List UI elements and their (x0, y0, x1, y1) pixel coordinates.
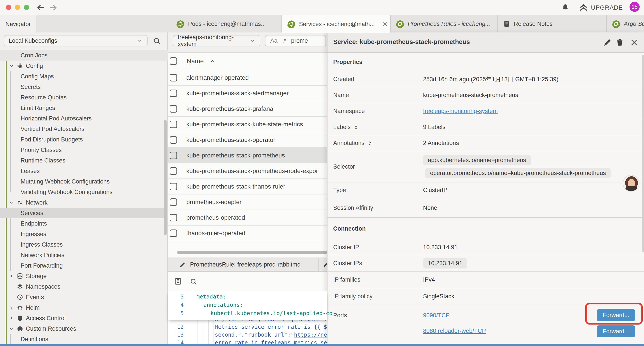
row-checkbox[interactable] (170, 167, 177, 175)
editor-search-icon[interactable] (190, 278, 197, 285)
sidebar-item-mutating-webhook-configurations[interactable]: Mutating Webhook Configurations (0, 176, 168, 187)
sidebar-item-events[interactable]: Events (0, 292, 168, 303)
sidebar-item-access-control[interactable]: Access Control (0, 313, 168, 324)
namespace-selector[interactable]: freeleaps-monitoring-system (173, 35, 260, 46)
upgrade-button[interactable]: UPGRADE (591, 4, 623, 11)
row-checkbox[interactable] (170, 152, 177, 159)
minimize-window-button[interactable] (15, 4, 20, 10)
expand-collapse-icon[interactable] (367, 141, 372, 146)
save-icon[interactable] (174, 278, 182, 285)
expand-collapse-icon[interactable] (353, 125, 358, 130)
edit-pencil-icon[interactable] (603, 38, 612, 47)
labels-value[interactable]: 9 Labels (423, 124, 446, 130)
table-row[interactable]: kube-prometheus-stack-kube-state-metrics (168, 117, 327, 132)
sidebar-item-resource-quotas[interactable]: Resource Quotas (0, 92, 168, 103)
table-row[interactable]: prometheus-operated (168, 210, 327, 226)
sidebar-item-ingress-classes[interactable]: Ingress Classes (0, 239, 168, 250)
table-row[interactable]: kube-prometheus-stack-operator (168, 132, 327, 148)
sidebar-item-vertical-pod-autoscalers[interactable]: Vertical Pod Autoscalers (0, 124, 168, 134)
search-input[interactable]: Aa .* prome (265, 35, 326, 46)
kubeconfig-selector[interactable]: Local Kubeconfigs (4, 35, 148, 46)
table-row[interactable]: kube-prometheus-stack-thanos-ruler (168, 179, 327, 194)
sidebar-item-port-forwarding[interactable]: Port Forwarding (0, 260, 168, 271)
tab-prometheus-rules[interactable]: Prometheus Rules - icecheng... (390, 15, 498, 32)
notification-badge[interactable]: 15 (630, 2, 640, 12)
detail-panel-scrollbar[interactable] (642, 55, 644, 252)
table-row-selected[interactable]: kube-prometheus-stack-prometheus (168, 148, 327, 163)
avatar[interactable] (623, 175, 640, 192)
row-checkbox[interactable] (170, 198, 177, 206)
sort-ascending-icon[interactable] (210, 58, 216, 64)
table-row[interactable]: kube-prometheus-stack-prometheus-node-ex… (168, 163, 327, 179)
tab-pods[interactable]: Pods - icecheng@mathmas... (171, 15, 282, 32)
sidebar-item-network-policies[interactable]: Network Policies (0, 250, 168, 260)
regex-toggle[interactable]: .* (282, 37, 286, 44)
port-link-8080[interactable]: 8080:reloader-web/TCP (423, 328, 486, 335)
horizontal-scrollbar[interactable] (177, 251, 327, 254)
sidebar-item-cron-jobs[interactable]: Cron Jobs (0, 50, 168, 61)
table-row[interactable]: kube-prometheus-stack-alertmanager (168, 86, 327, 101)
sidebar-item-custom-resources[interactable]: Custom Resources (0, 324, 168, 334)
upgrade-icon[interactable] (579, 3, 588, 12)
tab-navigator[interactable]: Navigator (0, 15, 36, 33)
close-icon[interactable] (630, 38, 638, 47)
chevron-right-icon[interactable] (9, 305, 14, 310)
sidebar-item-services[interactable]: Services (0, 208, 168, 218)
table-row[interactable]: kube-prometheus-stack-grafana (168, 101, 327, 117)
table-row[interactable]: alertmanager-operated (168, 70, 327, 86)
sidebar-item-horizontal-pod-autoscalers[interactable]: Horizontal Pod Autoscalers (0, 113, 168, 124)
table-row[interactable]: prometheus-adapter (168, 194, 327, 210)
sidebar-item-definitions[interactable]: Definitions (0, 334, 168, 344)
chevron-down-icon[interactable] (9, 200, 14, 205)
editor-tab-prometheusrule[interactable]: PrometheusRule: freeleaps-prod-rabbitmq (173, 258, 319, 271)
trash-icon[interactable] (616, 38, 624, 47)
chevron-down-icon[interactable] (9, 326, 14, 331)
port-link-9090[interactable]: 9090/TCP (423, 312, 450, 319)
row-checkbox[interactable] (170, 105, 177, 113)
sidebar-item-secrets[interactable]: Secrets (0, 82, 168, 92)
maximize-window-button[interactable] (24, 4, 29, 10)
tab-services[interactable]: Services - icecheng@math... (282, 15, 390, 33)
forward-button[interactable] (49, 3, 58, 12)
chevron-right-icon[interactable] (9, 316, 14, 321)
forward-button-8080[interactable]: Forward... (597, 326, 635, 337)
row-checkbox[interactable] (170, 136, 177, 144)
yaml-editor[interactable]: 0","for":"1m","labels":{"service":" 12 M… (168, 291, 327, 346)
sidebar-item-priority-classes[interactable]: Priority Classes (0, 145, 168, 155)
editor-tab-partial[interactable] (321, 258, 327, 271)
sidebar-item-validating-webhook-configurations[interactable]: Validating Webhook Configurations (0, 187, 168, 197)
sidebar-item-limit-ranges[interactable]: Limit Ranges (0, 103, 168, 113)
select-all-checkbox[interactable] (170, 57, 177, 65)
sidebar-item-leases[interactable]: Leases (0, 166, 168, 176)
match-case-toggle[interactable]: Aa (270, 37, 278, 44)
close-window-button[interactable] (6, 4, 11, 10)
chevron-right-icon[interactable] (9, 274, 14, 279)
sidebar-item-network[interactable]: Network (0, 197, 168, 208)
sidebar-scrollbar[interactable] (164, 120, 166, 235)
sidebar-item-runtime-classes[interactable]: Runtime Classes (0, 155, 168, 166)
row-checkbox[interactable] (170, 214, 177, 221)
table-row[interactable]: thanos-ruler-operated (168, 226, 327, 241)
sidebar-item-pod-disruption-budgets[interactable]: Pod Disruption Budgets (0, 134, 168, 145)
sidebar-item-ingresses[interactable]: Ingresses (0, 229, 168, 239)
row-checkbox[interactable] (170, 230, 177, 237)
sidebar-item-storage[interactable]: Storage (0, 271, 168, 281)
tab-argo[interactable]: Argo Se (607, 15, 644, 32)
sidebar-item-endpoints[interactable]: Endpoints (0, 218, 168, 229)
sidebar-item-config[interactable]: Config (0, 61, 168, 71)
row-checkbox[interactable] (170, 90, 177, 97)
row-checkbox[interactable] (170, 183, 177, 190)
namespace-link[interactable]: freeleaps-monitoring-system (423, 108, 498, 114)
annotations-value[interactable]: 2 Annotations (423, 140, 459, 146)
row-checkbox[interactable] (170, 74, 177, 81)
name-column-header[interactable]: Name (187, 58, 204, 65)
back-button[interactable] (36, 3, 45, 12)
sidebar-item-helm[interactable]: Helm (0, 303, 168, 313)
chevron-down-icon[interactable] (9, 63, 14, 68)
search-icon[interactable] (153, 37, 161, 45)
tab-release-notes[interactable]: Release Notes (498, 15, 607, 32)
notifications-bell-icon[interactable] (561, 3, 570, 12)
sidebar-item-config-maps[interactable]: Config Maps (0, 71, 168, 82)
sidebar-item-namespaces[interactable]: Namespaces (0, 281, 168, 292)
row-checkbox[interactable] (170, 121, 177, 128)
